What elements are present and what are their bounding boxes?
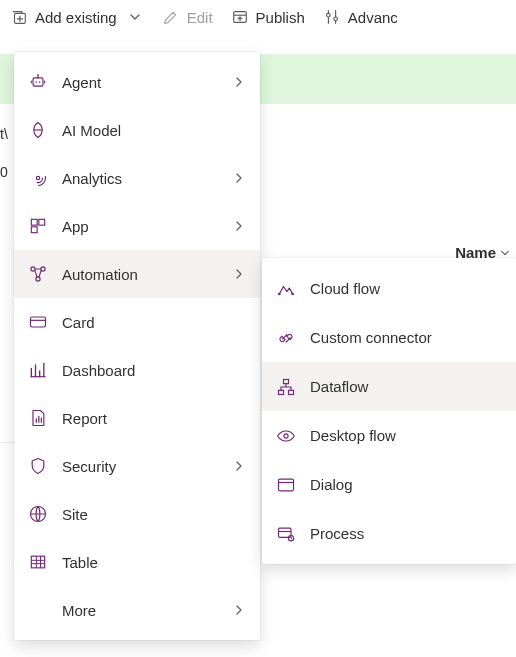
menu-item-label: Security (62, 458, 218, 475)
svg-point-2 (326, 13, 330, 17)
add-existing-icon (10, 8, 28, 26)
left-fragment-top: t\ (0, 126, 8, 142)
submenu-item-label: Cloud flow (310, 280, 502, 297)
menu-item-label: Site (62, 506, 246, 523)
chevron-down-icon (126, 8, 144, 26)
svg-point-16 (36, 277, 40, 281)
menu-item-table[interactable]: Table (14, 538, 260, 586)
automation-submenu: Cloud flow Custom connector Dataflow Des… (262, 258, 516, 564)
eye-icon (276, 426, 296, 446)
advanced-label: Advanc (348, 9, 398, 26)
table-icon (28, 552, 48, 572)
submenu-item-custom-connector[interactable]: Custom connector (262, 313, 516, 362)
menu-item-label: Card (62, 314, 246, 331)
svg-point-25 (284, 433, 288, 437)
left-fragment-mid: 0 (0, 164, 8, 180)
submenu-item-label: Process (310, 525, 502, 542)
svg-point-5 (37, 74, 38, 75)
menu-item-dashboard[interactable]: Dashboard (14, 346, 260, 394)
site-icon (28, 504, 48, 524)
process-icon (276, 524, 296, 544)
svg-rect-11 (31, 219, 37, 225)
svg-point-8 (31, 171, 46, 186)
menu-item-label: AI Model (62, 122, 246, 139)
pencil-icon (162, 8, 180, 26)
svg-rect-26 (279, 479, 294, 491)
submenu-item-desktop-flow[interactable]: Desktop flow (262, 411, 516, 460)
add-existing-button[interactable]: Add existing (10, 8, 144, 26)
analytics-icon (28, 168, 48, 188)
submenu-item-dialog[interactable]: Dialog (262, 460, 516, 509)
menu-item-agent[interactable]: Agent (14, 58, 260, 106)
edit-button: Edit (162, 8, 213, 26)
chevron-right-icon (232, 75, 246, 89)
dataflow-icon (276, 377, 296, 397)
svg-point-7 (39, 81, 41, 83)
svg-rect-19 (31, 556, 44, 568)
chevron-right-icon (232, 267, 246, 281)
ai-model-icon (28, 120, 48, 140)
publish-icon (231, 8, 249, 26)
menu-item-label: Automation (62, 266, 218, 283)
svg-rect-23 (279, 390, 284, 394)
menu-item-analytics[interactable]: Analytics (14, 154, 260, 202)
menu-item-label: More (62, 602, 218, 619)
svg-rect-13 (31, 227, 37, 233)
menu-item-label: Dashboard (62, 362, 246, 379)
menu-item-ai-model[interactable]: AI Model (14, 106, 260, 154)
left-divider (0, 442, 14, 443)
menu-item-app[interactable]: App (14, 202, 260, 250)
svg-rect-17 (31, 317, 46, 327)
svg-point-10 (36, 176, 39, 179)
report-icon (28, 408, 48, 428)
submenu-item-dataflow[interactable]: Dataflow (262, 362, 516, 411)
shield-icon (28, 456, 48, 476)
chevron-right-icon (232, 459, 246, 473)
connector-icon (276, 328, 296, 348)
edit-label: Edit (187, 9, 213, 26)
menu-item-report[interactable]: Report (14, 394, 260, 442)
svg-point-6 (36, 81, 38, 83)
menu-item-card[interactable]: Card (14, 298, 260, 346)
dialog-icon (276, 475, 296, 495)
chevron-right-icon (232, 171, 246, 185)
menu-item-label: App (62, 218, 218, 235)
dashboard-icon (28, 360, 48, 380)
menu-item-label: Report (62, 410, 246, 427)
svg-point-21 (291, 292, 294, 295)
submenu-item-label: Dataflow (310, 378, 502, 395)
svg-point-20 (278, 292, 281, 295)
submenu-item-cloud-flow[interactable]: Cloud flow (262, 264, 516, 313)
submenu-item-label: Desktop flow (310, 427, 502, 444)
svg-point-3 (334, 17, 338, 21)
publish-label: Publish (256, 9, 305, 26)
chevron-right-icon (232, 219, 246, 233)
svg-point-9 (33, 173, 42, 182)
command-bar: Add existing Edit Publish Advanc (0, 0, 516, 38)
svg-rect-22 (284, 379, 289, 383)
menu-item-automation[interactable]: Automation (14, 250, 260, 298)
advanced-button[interactable]: Advanc (323, 8, 398, 26)
automation-icon (28, 264, 48, 284)
app-icon (28, 216, 48, 236)
chevron-right-icon (232, 603, 246, 617)
menu-item-security[interactable]: Security (14, 442, 260, 490)
menu-item-site[interactable]: Site (14, 490, 260, 538)
menu-item-label: Agent (62, 74, 218, 91)
svg-rect-24 (289, 390, 294, 394)
submenu-item-label: Dialog (310, 476, 502, 493)
add-existing-label: Add existing (35, 9, 117, 26)
submenu-item-process[interactable]: Process (262, 509, 516, 558)
menu-item-label: Analytics (62, 170, 218, 187)
svg-rect-4 (33, 78, 43, 86)
publish-button[interactable]: Publish (231, 8, 305, 26)
chevron-down-icon (500, 248, 510, 258)
menu-item-more[interactable]: More (14, 586, 260, 634)
svg-rect-12 (39, 219, 45, 225)
submenu-item-label: Custom connector (310, 329, 502, 346)
agent-icon (28, 72, 48, 92)
card-icon (28, 312, 48, 332)
add-existing-menu: Agent AI Model Analytics App Automati (14, 52, 260, 640)
cloud-flow-icon (276, 279, 296, 299)
sliders-icon (323, 8, 341, 26)
